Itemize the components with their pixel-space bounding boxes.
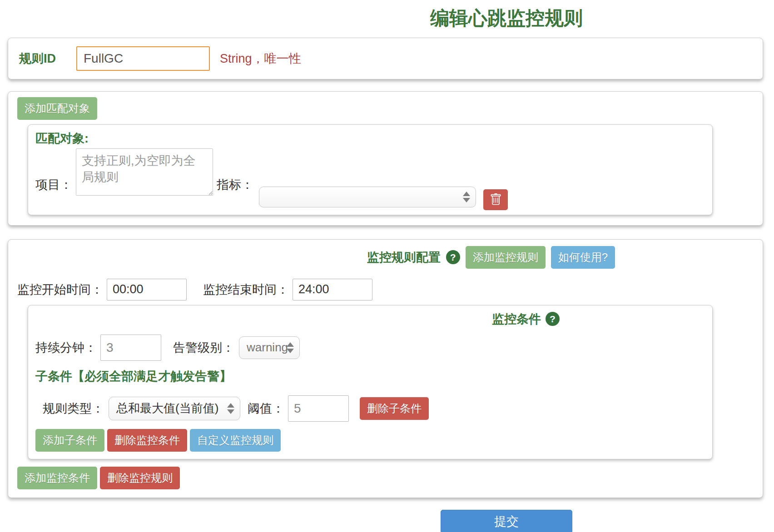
match-object-row: 项目： 指标：	[35, 148, 705, 207]
rule-type-label: 规则类型：	[43, 400, 104, 417]
start-time-input[interactable]	[107, 279, 187, 300]
rule-id-panel: 规则ID String，唯一性	[8, 38, 763, 79]
monitor-config-row: 监控规则配置 ? 添加监控规则 如何使用?	[17, 246, 754, 269]
updown-arrows-icon	[227, 403, 234, 414]
condition-title: 监控条件	[492, 311, 541, 327]
delete-subcondition-button[interactable]: 删除子条件	[360, 397, 429, 420]
updown-arrows-icon	[463, 192, 470, 202]
rule-type-select[interactable]: 总和最大值(当前值)	[109, 397, 240, 420]
alert-level-value: warning	[247, 340, 288, 355]
subcondition-note: 子条件【必须全部满足才触发告警】	[35, 368, 705, 384]
metric-select[interactable]	[259, 187, 476, 207]
rule-id-hint: String，唯一性	[220, 50, 301, 67]
question-circle-icon[interactable]: ?	[446, 250, 460, 264]
rule-type-value: 总和最大值(当前值)	[116, 400, 218, 416]
subcondition-buttons-row: 添加子条件 删除监控条件 自定义监控规则	[35, 429, 705, 452]
how-to-use-button[interactable]: 如何使用?	[551, 246, 615, 269]
duration-label: 持续分钟：	[35, 340, 97, 356]
submit-row: 提交	[0, 510, 774, 532]
end-time-input[interactable]	[293, 279, 372, 300]
rule-type-row: 规则类型： 总和最大值(当前值) 阈值： 删除子条件	[35, 395, 705, 422]
threshold-label: 阈值：	[248, 400, 284, 417]
project-label: 项目：	[35, 177, 72, 193]
updown-arrows-icon	[287, 342, 294, 353]
add-match-object-button[interactable]: 添加匹配对象	[17, 97, 97, 120]
start-time-label: 监控开始时间：	[17, 281, 103, 298]
page-title: 编辑心跳监控规则	[430, 6, 583, 30]
rule-id-label: 规则ID	[19, 50, 56, 67]
custom-monitor-rule-button[interactable]: 自定义监控规则	[190, 429, 281, 452]
end-time-label: 监控结束时间：	[203, 281, 289, 298]
add-subcondition-button[interactable]: 添加子条件	[35, 429, 104, 452]
monitor-config-title: 监控规则配置	[367, 249, 441, 266]
trash-icon	[490, 193, 502, 206]
monitor-condition-card: 监控条件 ? 持续分钟： 告警级别： warning 子条件【必须全部满足才触发…	[28, 305, 713, 459]
threshold-input[interactable]	[288, 395, 349, 422]
project-textarea[interactable]	[76, 148, 213, 196]
monitor-time-row: 监控开始时间： 监控结束时间：	[17, 279, 754, 300]
question-circle-icon[interactable]: ?	[546, 312, 560, 326]
duration-input[interactable]	[100, 335, 161, 361]
add-monitor-condition-button[interactable]: 添加监控条件	[17, 467, 97, 489]
add-monitor-rule-button[interactable]: 添加监控规则	[466, 246, 546, 269]
submit-button[interactable]: 提交	[441, 510, 572, 532]
delete-monitor-rule-button[interactable]: 删除监控规则	[100, 467, 180, 489]
metric-label: 指标：	[217, 177, 253, 193]
match-object-card: 匹配对象: 项目： 指标：	[28, 124, 713, 215]
delete-match-object-button[interactable]	[483, 189, 508, 210]
delete-monitor-condition-button[interactable]: 删除监控条件	[107, 429, 187, 452]
duration-row: 持续分钟： 告警级别： warning	[35, 335, 705, 361]
rule-id-input[interactable]	[76, 46, 210, 71]
match-object-panel: 添加匹配对象 匹配对象: 项目： 指标：	[8, 91, 763, 226]
match-object-title: 匹配对象:	[35, 130, 705, 147]
alert-level-select[interactable]: warning	[239, 336, 300, 359]
monitor-rules-panel: 监控规则配置 ? 添加监控规则 如何使用? 监控开始时间： 监控结束时间： 监控…	[8, 239, 763, 498]
page-header: 编辑心跳监控规则	[0, 0, 774, 30]
alert-level-label: 告警级别：	[173, 340, 234, 356]
monitor-bottom-buttons-row: 添加监控条件 删除监控规则	[17, 467, 754, 489]
condition-title-row: 监控条件 ?	[35, 311, 705, 327]
